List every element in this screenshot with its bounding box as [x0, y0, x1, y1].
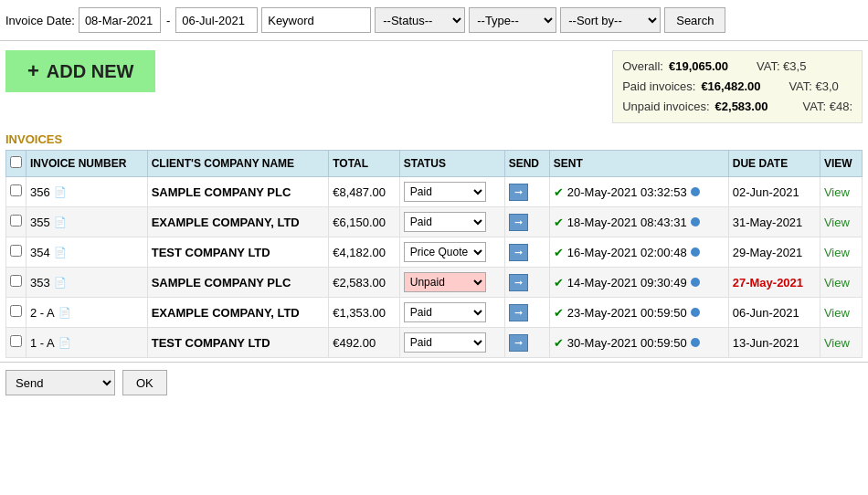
send-cell[interactable]: ➞ [504, 328, 549, 358]
total-cell: €492.00 [329, 328, 400, 358]
view-cell[interactable]: View [820, 177, 862, 207]
add-new-label: ADD NEW [47, 61, 134, 82]
row-checkbox[interactable] [10, 215, 22, 226]
sent-date-text: 14-May-2021 09:30:49 [567, 276, 687, 290]
sent-check-icon: ✔ [554, 306, 564, 320]
sort-select[interactable]: --Sort by-- Date Asc Date Desc Number As… [560, 7, 661, 33]
info-dot[interactable] [691, 308, 700, 317]
status-select[interactable]: --Status-- Paid Unpaid Price Quote [375, 7, 465, 33]
row-checkbox[interactable] [10, 275, 22, 287]
sent-date-text: 18-May-2021 08:43:31 [567, 216, 687, 229]
invoices-title: INVOICES [5, 132, 863, 146]
pdf-icon[interactable]: 📄 [54, 186, 67, 198]
sent-check-icon: ✔ [554, 216, 564, 229]
invoice-number-text: 354 [30, 246, 50, 259]
info-dot[interactable] [691, 187, 700, 196]
paid-row: Paid invoices: €16,482.00 VAT: €3,0 [622, 77, 852, 97]
info-dot[interactable] [691, 248, 700, 257]
table-row: 356 📄 SAMPLE COMPANY PLC€8,487.00PaidUnp… [6, 177, 863, 207]
company-name-cell: TEST COMPANY LTD [147, 237, 329, 268]
send-icon[interactable]: ➞ [509, 244, 528, 261]
sent-date-text: 23-May-2021 00:59:50 [567, 306, 687, 320]
total-cell: €8,487.00 [329, 177, 400, 207]
pdf-icon[interactable]: 📄 [54, 277, 67, 289]
date-to-input[interactable] [175, 7, 258, 33]
total-cell: €6,150.00 [329, 207, 400, 237]
view-cell[interactable]: View [820, 207, 862, 237]
status-dropdown[interactable]: PaidUnpaidPrice Quote [404, 272, 486, 292]
info-dot[interactable] [691, 278, 700, 287]
plus-icon: + [27, 59, 39, 83]
send-icon[interactable]: ➞ [509, 214, 528, 231]
row-checkbox[interactable] [10, 245, 22, 257]
info-dot[interactable] [691, 217, 700, 226]
status-dropdown[interactable]: PaidUnpaidPrice Quote [404, 302, 486, 322]
sent-check-icon: ✔ [554, 336, 564, 350]
overall-amount: €19,065.00 [669, 57, 751, 77]
due-date-text: 29-May-2021 [728, 237, 820, 268]
unpaid-label: Unpaid invoices: [622, 97, 709, 117]
table-row: 353 📄 SAMPLE COMPANY PLC€2,583.00PaidUnp… [6, 268, 863, 298]
keyword-input[interactable] [261, 7, 371, 33]
table-row: 2 - A 📄 EXAMPLE COMPANY, LTD€1,353.00Pai… [6, 298, 863, 328]
date-separator: - [166, 14, 170, 27]
send-icon[interactable]: ➞ [509, 334, 528, 352]
view-link[interactable]: View [824, 306, 850, 320]
select-all-checkbox[interactable] [10, 156, 22, 168]
send-icon[interactable]: ➞ [509, 304, 528, 321]
unpaid-vat: VAT: €48: [803, 97, 852, 117]
view-link[interactable]: View [824, 276, 850, 290]
view-link[interactable]: View [824, 216, 850, 229]
ok-button[interactable]: OK [122, 370, 167, 395]
type-select[interactable]: --Type-- Invoice Credit Note [469, 7, 556, 33]
header-due-date: DUE DATE [728, 151, 820, 177]
pdf-icon[interactable]: 📄 [54, 216, 67, 228]
company-name-cell: EXAMPLE COMPANY, LTD [147, 207, 329, 237]
invoice-number-text: 353 [30, 276, 50, 290]
send-cell[interactable]: ➞ [504, 268, 549, 298]
pdf-icon[interactable]: 📄 [58, 307, 71, 319]
status-dropdown[interactable]: PaidUnpaidPrice Quote [404, 182, 486, 202]
info-dot[interactable] [691, 338, 700, 347]
add-new-button[interactable]: + ADD NEW [5, 50, 155, 92]
status-dropdown[interactable]: PaidUnpaidPrice Quote [404, 332, 486, 353]
bulk-action-select[interactable]: Send Delete Mark Paid Mark Unpaid [5, 370, 115, 395]
total-cell: €1,353.00 [329, 298, 400, 328]
sent-cell: ✔ 16-May-2021 02:00:48 [549, 237, 728, 268]
row-checkbox[interactable] [10, 184, 22, 196]
unpaid-row: Unpaid invoices: €2,583.00 VAT: €48: [622, 97, 852, 117]
date-from-input[interactable] [79, 7, 161, 33]
header-invoice-number: INVOICE NUMBER [26, 151, 148, 177]
row-checkbox[interactable] [10, 335, 22, 347]
pdf-icon[interactable]: 📄 [54, 247, 67, 258]
search-button[interactable]: Search [664, 7, 725, 33]
view-link[interactable]: View [824, 185, 850, 199]
company-name-cell: EXAMPLE COMPANY, LTD [147, 298, 329, 328]
company-name-cell: TEST COMPANY LTD [147, 328, 329, 358]
header-total: TOTAL [329, 151, 400, 177]
pdf-icon[interactable]: 📄 [58, 337, 71, 349]
status-cell: PaidUnpaidPrice Quote [399, 207, 504, 237]
view-cell[interactable]: View [820, 268, 862, 298]
sent-cell: ✔ 30-May-2021 00:59:50 [549, 328, 728, 358]
total-cell: €2,583.00 [329, 268, 400, 298]
view-cell[interactable]: View [820, 298, 862, 328]
send-cell[interactable]: ➞ [504, 298, 549, 328]
company-name-cell: SAMPLE COMPANY PLC [147, 268, 329, 298]
view-link[interactable]: View [824, 336, 850, 350]
status-cell: PaidUnpaidPrice Quote [399, 237, 504, 268]
invoice-number-text: 355 [30, 216, 50, 229]
send-cell[interactable]: ➞ [504, 177, 549, 207]
sent-date-text: 16-May-2021 02:00:48 [567, 246, 687, 259]
send-icon[interactable]: ➞ [509, 274, 528, 291]
send-icon[interactable]: ➞ [509, 184, 528, 201]
row-checkbox[interactable] [10, 305, 22, 317]
status-dropdown[interactable]: PaidUnpaidPrice Quote [404, 212, 486, 232]
view-cell[interactable]: View [820, 328, 862, 358]
invoice-number-cell: 2 - A 📄 [26, 298, 148, 328]
status-dropdown[interactable]: PaidUnpaidPrice Quote [404, 242, 486, 262]
view-link[interactable]: View [824, 246, 850, 259]
view-cell[interactable]: View [820, 237, 862, 268]
send-cell[interactable]: ➞ [504, 237, 549, 268]
send-cell[interactable]: ➞ [504, 207, 549, 237]
